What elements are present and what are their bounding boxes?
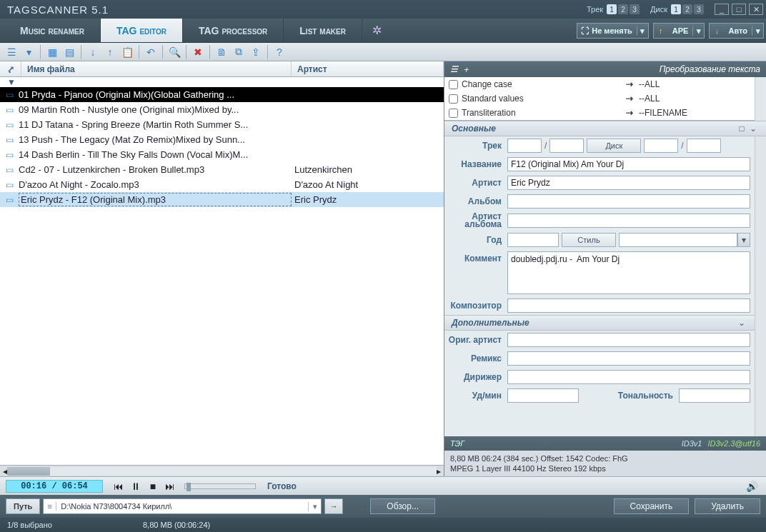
disc-pill-2[interactable]: 2 <box>682 4 692 14</box>
composer-input[interactable] <box>507 298 750 313</box>
maximize-button[interactable]: □ <box>732 4 746 15</box>
tab-tag-processor[interactable]: TAG processor <box>183 19 284 42</box>
tab-tag-editor[interactable]: TAG editor <box>101 19 183 42</box>
comment-input[interactable] <box>507 251 750 294</box>
form-scrollbar[interactable] <box>755 136 766 436</box>
id3v1-label[interactable]: ID3v1 <box>682 439 702 448</box>
settings-gear-icon[interactable]: ✲ <box>362 19 392 42</box>
genre-input[interactable] <box>619 233 737 247</box>
go-button[interactable]: → <box>324 498 343 514</box>
pause-button[interactable]: ⏸ <box>129 481 143 492</box>
resize-combo[interactable]: ⛶ Не менять ▾ <box>577 23 649 39</box>
export-icon[interactable]: ⇪ <box>248 44 264 60</box>
chevron-down-icon[interactable]: ▾ <box>308 502 321 511</box>
delete-button[interactable]: Удалить <box>695 498 760 514</box>
horizontal-scrollbar[interactable]: ◂ ▸ <box>0 465 444 476</box>
year-input[interactable] <box>507 233 559 247</box>
prev-button[interactable]: ⏮ <box>111 481 126 492</box>
conductor-input[interactable] <box>507 370 750 384</box>
transform-row[interactable]: Standard values⇢--ALL <box>444 91 755 106</box>
format-combo[interactable]: ↑ APE ▾ <box>653 23 705 39</box>
chevron-down-icon[interactable]: ⌄ <box>747 124 759 134</box>
new-file-icon[interactable]: 🗎 <box>214 44 229 60</box>
undo-icon[interactable]: ↶ <box>143 44 159 60</box>
transforms-scrollbar[interactable] <box>755 77 766 121</box>
disc-pill-1[interactable]: 1 <box>671 4 681 14</box>
history-icon[interactable]: ≡ <box>44 502 56 511</box>
transform-checkbox[interactable] <box>449 80 458 89</box>
remix-input[interactable] <box>507 351 750 366</box>
tab-music-renamer[interactable]: Music renamer <box>4 19 101 42</box>
table-row[interactable]: ▭14 Dash Berlin - Till The Sky Falls Dow… <box>0 147 444 162</box>
list-mode-icon[interactable]: ☰ <box>4 44 19 60</box>
close-button[interactable]: ✕ <box>749 4 763 15</box>
table-row[interactable]: ▭Cd2 - 07 - Lutzenkirchen - Broken Bulle… <box>0 162 444 177</box>
key-input[interactable] <box>679 388 750 403</box>
disc-number-input[interactable] <box>644 139 678 153</box>
transform-row[interactable]: Change case⇢--ALL <box>444 77 755 91</box>
stop-button[interactable]: ■ <box>146 481 160 492</box>
table-row[interactable]: ▭01 Pryda - Pjanoo (Original Mix)(Global… <box>0 87 444 102</box>
add-icon[interactable]: ＋ <box>462 64 473 76</box>
down-icon[interactable]: ↓ <box>85 44 101 60</box>
table-row[interactable]: ▭D'azoo At Night - Zocalo.mp3D'azoo At N… <box>0 177 444 192</box>
paste-icon[interactable]: 📋 <box>119 44 135 60</box>
chevron-down-icon[interactable]: ⌄ <box>736 318 747 328</box>
artist-input[interactable] <box>507 176 750 190</box>
transform-row[interactable]: Transliteration⇢--FILENAME <box>444 106 755 120</box>
artist-column[interactable]: Артист <box>292 61 444 76</box>
track-pill-2[interactable]: 2 <box>618 4 628 14</box>
volume-icon[interactable]: 🔊 <box>746 481 760 492</box>
next-button[interactable]: ⏭ <box>163 481 177 492</box>
chevron-down-icon: ▾ <box>752 26 763 36</box>
shuffle-column-icon[interactable]: ⤤ <box>0 61 21 76</box>
section-extra[interactable]: Дополнительные ⌄ <box>444 315 755 331</box>
track-indicator: Трек 1 2 3 <box>587 4 640 14</box>
table-row[interactable]: ▭Eric Prydz - F12 (Original Mix).mp3Eric… <box>0 192 444 207</box>
search-icon[interactable]: 🔍 <box>166 44 182 60</box>
list-menu-dropdown[interactable]: ▼ <box>0 77 444 87</box>
title-input[interactable] <box>507 157 750 171</box>
square-icon[interactable]: □ <box>736 124 747 134</box>
minimize-button[interactable]: _ <box>715 4 729 15</box>
filename-column[interactable]: Имя файла <box>21 61 292 76</box>
save-button[interactable]: Сохранить <box>614 498 690 514</box>
auto-combo[interactable]: ↓ Авто ▾ <box>709 23 764 39</box>
table-row[interactable]: ▭09 Martin Roth - Nustyle one (Original … <box>0 102 444 117</box>
tab-list-maker[interactable]: List maker <box>284 19 362 42</box>
genre-dropdown-icon[interactable]: ▾ <box>737 233 750 247</box>
bpm-input[interactable] <box>507 388 579 403</box>
delete-icon[interactable]: ✖ <box>190 44 206 60</box>
disc-total-input[interactable] <box>687 139 721 153</box>
scrollbar-thumb[interactable] <box>7 467 50 476</box>
file-list[interactable]: ▭01 Pryda - Pjanoo (Original Mix)(Global… <box>0 87 444 465</box>
track-total-input[interactable] <box>549 139 584 153</box>
id3v2-label[interactable]: ID3v2.3@utf16 <box>707 439 760 448</box>
track-pill-3[interactable]: 3 <box>630 4 640 14</box>
seek-slider[interactable] <box>184 483 256 489</box>
dropdown-icon[interactable]: ▾ <box>21 44 36 60</box>
track-pill-1[interactable]: 1 <box>607 4 617 14</box>
copy-tags-icon[interactable]: ⧉ <box>231 44 247 60</box>
album-input[interactable] <box>507 194 750 209</box>
genre-button[interactable]: Стиль <box>562 233 616 247</box>
transform-checkbox[interactable] <box>449 94 458 104</box>
transform-checkbox[interactable] <box>449 109 458 118</box>
track-number-input[interactable] <box>507 139 542 153</box>
list-icon[interactable]: ☰ <box>450 64 462 74</box>
grid-icon[interactable]: ▦ <box>44 44 60 60</box>
help-icon[interactable]: ? <box>272 44 287 60</box>
disc-button[interactable]: Диск <box>587 139 641 153</box>
table-row[interactable]: ▭11 DJ Tatana - Spring Breeze (Martin Ro… <box>0 117 444 132</box>
table-row[interactable]: ▭13 Push - The Legacy (Mat Zo Remix)Mixe… <box>0 132 444 147</box>
section-main[interactable]: Основные □ ⌄ <box>444 121 766 136</box>
path-value[interactable]: D:\Nokia N73\8004734 Кирилл\ <box>56 502 308 511</box>
browse-button[interactable]: Обзор... <box>370 498 435 514</box>
disc-pill-3[interactable]: 3 <box>694 4 704 14</box>
playback-time[interactable]: 00:16 / 06:54 <box>6 480 103 493</box>
scroll-right-icon[interactable]: ▸ <box>437 466 441 476</box>
orig-artist-input[interactable] <box>507 333 750 347</box>
album-artist-input[interactable] <box>507 214 750 228</box>
grid2-icon[interactable]: ▤ <box>61 44 77 60</box>
up-icon[interactable]: ↑ <box>102 44 118 60</box>
